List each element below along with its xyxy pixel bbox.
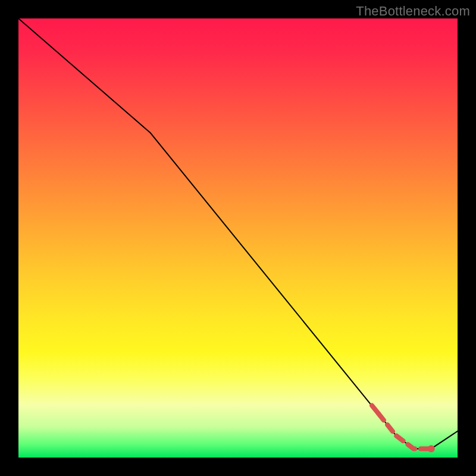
watermark-text: TheBottleneck.com xyxy=(356,4,470,19)
plot-area xyxy=(18,18,458,458)
chart-svg xyxy=(18,18,458,458)
series-highlight-line xyxy=(378,414,431,449)
series-main-line xyxy=(18,18,458,449)
chart-stage: TheBottleneck.com xyxy=(0,0,476,476)
highlight-end-dot xyxy=(428,445,435,452)
